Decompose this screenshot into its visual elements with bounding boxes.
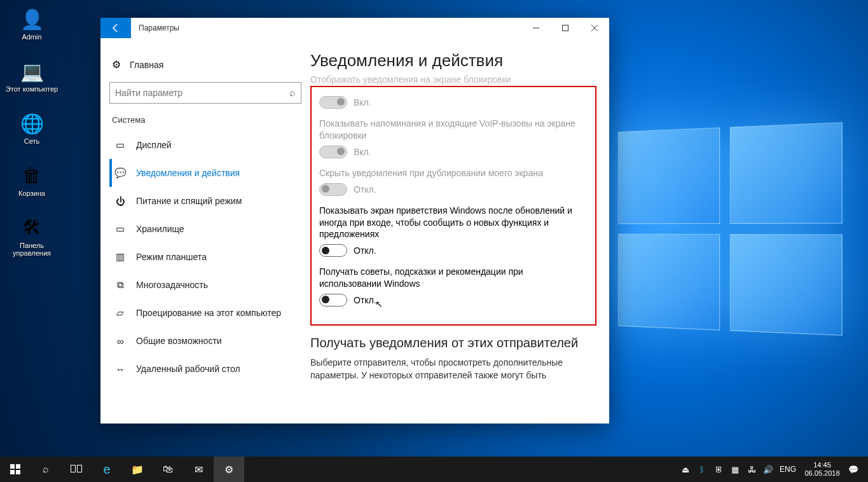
tray-language[interactable]: ENG: [776, 465, 799, 474]
desktop-glyph: 🗑: [19, 163, 45, 188]
nav-icon: ▭: [114, 139, 126, 151]
option-label: Показывать экран приветствия Windows пос…: [319, 205, 588, 241]
home-link[interactable]: ⚙ Главная: [109, 53, 310, 76]
nav-item-3[interactable]: ▭Хранилище: [109, 215, 310, 243]
nav-label: Удаленный рабочий стол: [136, 364, 240, 374]
minimize-button[interactable]: [521, 18, 551, 38]
tray-bluetooth-icon[interactable]: ᛒ: [694, 465, 710, 474]
search-input[interactable]: [115, 88, 289, 98]
tray-vm-icon[interactable]: ▦: [727, 465, 743, 474]
toggle-state: Откл.: [354, 184, 376, 195]
nav-icon: ▭: [114, 223, 126, 235]
desktop-glyph: 👤: [19, 6, 45, 32]
section-senders-title: Получать уведомления от этих отправителе…: [310, 336, 596, 350]
toggle-switch: [319, 146, 347, 158]
search-box[interactable]: ⌕: [109, 82, 301, 104]
nav-label: Хранилище: [136, 224, 184, 234]
setting-option-1: Показывать напоминания и входящие VoIP-в…: [319, 118, 588, 158]
tray-usb-icon[interactable]: ⏏: [677, 465, 694, 474]
gear-icon: ⚙: [112, 59, 121, 71]
search-icon: ⌕: [289, 87, 296, 99]
nav-icon: ↔: [114, 364, 126, 375]
svg-rect-5: [16, 464, 20, 469]
task-view-button[interactable]: [61, 457, 92, 482]
taskbar-store[interactable]: 🛍: [153, 457, 183, 482]
desktop-icon-3[interactable]: 🗑Корзина: [5, 162, 59, 206]
wallpaper-windows-logo: [618, 122, 843, 336]
nav-icon: ∞: [114, 336, 126, 347]
nav-label: Проецирование на этот компьютер: [136, 308, 281, 318]
cursor-icon: ↖: [375, 299, 383, 309]
nav-label: Питание и спящий режим: [136, 196, 242, 206]
toggle-switch: [319, 183, 347, 196]
desktop-icon-2[interactable]: 🌐Сеть: [5, 109, 59, 154]
tray-security-icon[interactable]: ⛨: [710, 465, 727, 474]
highlighted-region: Вкл.Показывать напоминания и входящие Vo…: [310, 86, 596, 326]
taskbar-mail[interactable]: ✉: [183, 457, 214, 482]
desktop-label: Панель управления: [5, 242, 59, 257]
nav-item-5[interactable]: ⧉Многозадачность: [109, 271, 310, 299]
nav-item-1[interactable]: 💬Уведомления и действия: [109, 159, 310, 187]
nav-label: Уведомления и действия: [136, 168, 240, 178]
nav-icon: ⏻: [114, 196, 126, 207]
desktop-icon-0[interactable]: 👤Admin: [5, 5, 59, 50]
taskbar-settings[interactable]: ⚙: [214, 457, 244, 482]
back-button[interactable]: [100, 18, 131, 38]
desktop-glyph: 💻: [19, 59, 45, 84]
nav-item-4[interactable]: ▥Режим планшета: [109, 243, 310, 271]
tray-time: 14:45: [813, 461, 831, 469]
desktop-icon-4[interactable]: 🛠Панель управления: [5, 214, 59, 258]
tray-volume-icon[interactable]: 🔊: [760, 465, 776, 474]
toggle-state: Вкл.: [354, 97, 371, 107]
desktop-label: Admin: [22, 33, 41, 41]
svg-rect-9: [78, 465, 82, 472]
toggle-switch: [319, 96, 347, 109]
cutoff-label: Отображать уведомления на экране блокиро…: [310, 74, 596, 85]
tray-date: 06.05.2018: [804, 469, 839, 478]
sidebar: ⚙ Главная ⌕ Система ▭Дисплей💬Уведомления…: [100, 38, 310, 423]
tray-network-icon[interactable]: 🖧: [743, 465, 760, 474]
nav-item-7[interactable]: ∞Общие возможности: [109, 327, 310, 355]
main-pane: Уведомления и действия Отображать уведом…: [310, 38, 609, 423]
toggle-switch[interactable]: [319, 244, 347, 257]
nav-item-0[interactable]: ▭Дисплей: [109, 131, 310, 159]
toggle-state: Вкл.: [354, 147, 371, 157]
home-label: Главная: [130, 60, 163, 70]
maximize-button[interactable]: [551, 18, 580, 38]
taskbar-explorer[interactable]: 📁: [122, 457, 153, 482]
settings-window: Параметры ⚙ Главная ⌕ Система ▭Дисплей💬У…: [100, 18, 609, 423]
taskbar: ⌕ e 📁 🛍 ✉ ⚙ ⏏ ᛒ ⛨ ▦ 🖧 🔊 ENG 14:45 06.05.…: [0, 457, 868, 482]
option-label: Скрыть уведомления при дублировании моег…: [319, 167, 588, 179]
nav-label: Многозадачность: [136, 280, 208, 290]
toggle-state: Откл.: [354, 245, 376, 256]
start-button[interactable]: [0, 457, 31, 482]
nav-label: Дисплей: [136, 140, 172, 150]
nav-label: Режим планшета: [136, 252, 207, 262]
page-title: Уведомления и действия: [310, 51, 596, 71]
section-senders-body: Выберите отправителя, чтобы просмотреть …: [310, 357, 596, 382]
svg-rect-1: [563, 25, 568, 31]
desktop-label: Этот компьютер: [6, 85, 58, 93]
nav-group-label: Система: [112, 115, 310, 125]
nav-item-2[interactable]: ⏻Питание и спящий режим: [109, 187, 310, 215]
option-label: Получать советы, подсказки и рекомендаци…: [319, 266, 588, 290]
nav-item-6[interactable]: ▱Проецирование на этот компьютер: [109, 299, 310, 327]
toggle-switch[interactable]: [319, 294, 347, 306]
nav-icon: ▱: [114, 307, 126, 319]
titlebar: Параметры: [100, 18, 609, 38]
desktop-icon-1[interactable]: 💻Этот компьютер: [5, 57, 59, 102]
taskbar-edge[interactable]: e: [92, 457, 122, 482]
nav-icon: ⧉: [114, 279, 126, 291]
nav-item-8[interactable]: ↔Удаленный рабочий стол: [109, 355, 310, 383]
setting-option-4: Получать советы, подсказки и рекомендаци…: [319, 266, 588, 306]
search-button[interactable]: ⌕: [31, 457, 61, 482]
system-tray: ⏏ ᛒ ⛨ ▦ 🖧 🔊 ENG 14:45 06.05.2018 💬: [677, 457, 868, 482]
option-label: Показывать напоминания и входящие VoIP-в…: [319, 118, 588, 142]
nav-icon: 💬: [114, 167, 126, 179]
desktop-glyph: 🌐: [19, 111, 45, 136]
action-center-icon[interactable]: 💬: [845, 465, 862, 474]
toggle-state: Откл.↖: [354, 295, 384, 305]
tray-clock[interactable]: 14:45 06.05.2018: [799, 461, 845, 477]
setting-option-3: Показывать экран приветствия Windows пос…: [319, 205, 588, 258]
close-button[interactable]: [580, 18, 609, 38]
